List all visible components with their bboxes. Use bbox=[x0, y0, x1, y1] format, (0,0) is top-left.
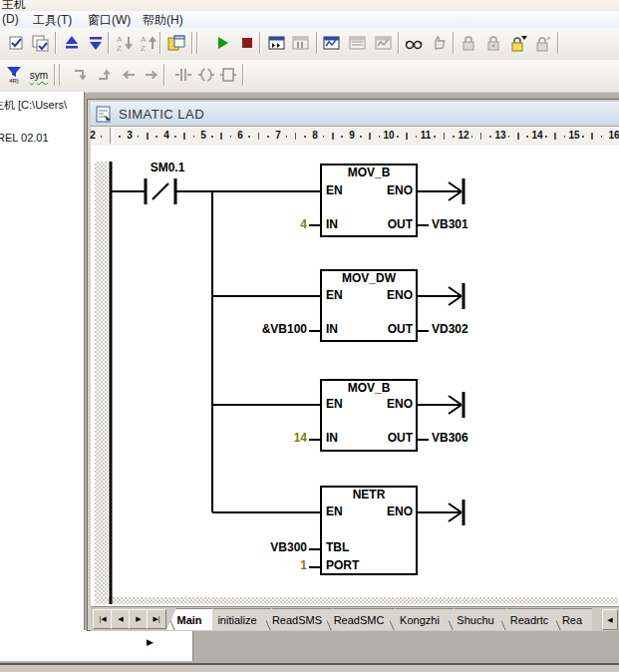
block2-pin-out: OUT bbox=[323, 323, 413, 336]
application-window: 主机 (D) 工具(T) 窗口(W) 帮助(H) AZ AZ bbox=[0, 0, 619, 672]
tab-prev-button[interactable]: ◀ bbox=[111, 609, 131, 629]
monitor-glasses-icon[interactable] bbox=[403, 32, 425, 54]
tab-main[interactable]: Main bbox=[166, 608, 212, 630]
lock-protect-menu-icon[interactable] bbox=[507, 32, 529, 54]
toolbar-separator bbox=[453, 32, 455, 54]
block4-title[interactable]: NETR bbox=[321, 489, 417, 502]
block1-title[interactable]: MOV_B bbox=[321, 167, 417, 179]
download-icon[interactable] bbox=[85, 32, 107, 54]
lock-unprotect-icon[interactable] bbox=[532, 32, 554, 54]
chart-status-write-icon[interactable] bbox=[373, 32, 395, 54]
contact-element-icon[interactable] bbox=[172, 64, 194, 86]
paste-special-icon[interactable] bbox=[165, 32, 187, 54]
menu-item-debug-partial[interactable]: (D) bbox=[2, 12, 19, 26]
block3-out-operand[interactable]: VB306 bbox=[432, 432, 468, 445]
sym-label: sym bbox=[30, 70, 48, 81]
window-title: 主机 bbox=[2, 0, 26, 11]
lad-document-icon bbox=[96, 106, 113, 123]
pou-tab-strip: |◀ ◀ ▶ ▶| Main initialize ReadSMS ReadSM… bbox=[91, 606, 619, 631]
block3-pin-eno: ENO bbox=[323, 398, 413, 411]
chart-status-pause-icon[interactable] bbox=[347, 32, 369, 54]
block1-in-operand[interactable]: 4 bbox=[229, 218, 307, 231]
tree-item-project[interactable]: 主机 [C:\Users\ bbox=[0, 98, 67, 113]
svg-text:A: A bbox=[141, 35, 147, 44]
tab-shuchu[interactable]: Shuchu bbox=[445, 608, 506, 630]
run-icon[interactable] bbox=[211, 32, 233, 54]
toolbar-separator bbox=[242, 64, 244, 86]
tab-readsms[interactable]: ReadSMS bbox=[262, 608, 332, 630]
toolbar-separator bbox=[55, 32, 57, 54]
menu-item-help[interactable]: 帮助(H) bbox=[143, 12, 183, 29]
sort-ascending-icon[interactable]: AZ bbox=[138, 32, 159, 54]
ruler-number: 11 bbox=[416, 130, 436, 141]
block2-in-operand[interactable]: &VB100 bbox=[229, 323, 307, 336]
block4-port-operand[interactable]: 1 bbox=[229, 559, 307, 572]
branch-up-icon[interactable] bbox=[94, 64, 116, 86]
ruler-separator bbox=[110, 128, 114, 144]
tab-scroll-left-button[interactable]: ◀ bbox=[602, 609, 618, 630]
svg-text:A: A bbox=[117, 35, 123, 44]
block2-out-operand[interactable]: VD302 bbox=[432, 323, 468, 336]
tab-first-button[interactable]: |◀ bbox=[93, 609, 113, 629]
tree-hscroll-right-arrow-icon[interactable]: ▶ bbox=[147, 637, 154, 647]
toolbar-separator bbox=[259, 32, 261, 54]
tab-readsmc[interactable]: ReadSMC bbox=[323, 608, 395, 630]
block4-pin-eno: ENO bbox=[323, 505, 413, 518]
window-titlebar[interactable]: 主机 bbox=[0, 0, 619, 11]
tab-next-button[interactable]: ▶ bbox=[129, 609, 149, 629]
compile-all-check-icon[interactable] bbox=[30, 32, 52, 54]
wrap-arrow bbox=[417, 500, 464, 525]
program-status-icon[interactable] bbox=[266, 32, 288, 54]
address-filter-icon[interactable]: 4R) bbox=[3, 64, 25, 86]
menu-item-window[interactable]: 窗口(W) bbox=[88, 12, 131, 29]
ruler-number: 4 bbox=[156, 130, 176, 141]
ruler-number: 7 bbox=[268, 130, 288, 141]
line-left-icon[interactable] bbox=[118, 64, 140, 86]
lad-window-titlebar[interactable]: SIMATIC LAD bbox=[91, 102, 619, 126]
ruler-number: 12 bbox=[454, 130, 473, 141]
branch-down-icon[interactable] bbox=[70, 64, 92, 86]
block4-tbl-operand[interactable]: VB300 bbox=[229, 541, 307, 554]
program-status-pause-icon[interactable] bbox=[290, 32, 312, 54]
block2-title[interactable]: MOV_DW bbox=[321, 272, 417, 285]
tree-item-cpu-firmware[interactable]: REL 02.01 bbox=[0, 132, 49, 144]
tab-last-button[interactable]: ▶| bbox=[147, 609, 166, 629]
block1-out-operand[interactable]: VB301 bbox=[432, 218, 468, 231]
lock-write-icon[interactable] bbox=[482, 32, 504, 54]
block1-pin-eno: ENO bbox=[323, 184, 413, 197]
block3-pin-out: OUT bbox=[323, 432, 413, 445]
chart-status-icon[interactable] bbox=[321, 32, 343, 54]
tab-kongzhi[interactable]: Kongzhi bbox=[386, 608, 454, 630]
toolbar-main: AZ AZ bbox=[0, 28, 619, 61]
tab-readrtc[interactable]: Readrtc bbox=[497, 608, 561, 630]
toolbar-separator bbox=[54, 64, 56, 86]
menu-item-tools[interactable]: 工具(T) bbox=[33, 12, 72, 29]
compile-check-icon[interactable] bbox=[6, 32, 28, 54]
stop-icon[interactable] bbox=[236, 32, 258, 54]
contact-operand[interactable]: SM0.1 bbox=[140, 162, 195, 174]
lock-read-icon[interactable] bbox=[458, 32, 479, 54]
address-filter-label: 4R) bbox=[9, 78, 19, 84]
block3-in-operand[interactable]: 14 bbox=[229, 432, 307, 445]
wrap-arrow bbox=[417, 283, 464, 309]
force-hand-icon[interactable] bbox=[428, 32, 450, 54]
toolbar-separator bbox=[398, 32, 400, 54]
tab-initialize[interactable]: initialize bbox=[203, 608, 271, 630]
ruler-number: 16 bbox=[604, 130, 619, 141]
upload-icon[interactable] bbox=[61, 32, 83, 54]
sort-descending-icon[interactable]: AZ bbox=[114, 32, 136, 54]
status-bar bbox=[0, 665, 619, 672]
ruler-number: 5 bbox=[193, 130, 213, 141]
block3-title[interactable]: MOV_B bbox=[321, 382, 417, 395]
line-right-icon[interactable] bbox=[141, 64, 162, 86]
ruler-number: 8 bbox=[305, 130, 325, 141]
ruler-number: 2 bbox=[83, 130, 103, 141]
box-element-icon[interactable] bbox=[217, 64, 239, 86]
toolbar-separator bbox=[196, 32, 198, 54]
symbolic-addressing-icon[interactable]: sym bbox=[28, 64, 50, 86]
pou-tabs: Main initialize ReadSMS ReadSMC Kongzhi … bbox=[166, 608, 592, 630]
toolbar-separator bbox=[557, 32, 559, 54]
svg-text:Z: Z bbox=[117, 44, 122, 53]
block4-pin-port: PORT bbox=[326, 559, 359, 572]
coil-element-icon[interactable] bbox=[195, 64, 217, 86]
